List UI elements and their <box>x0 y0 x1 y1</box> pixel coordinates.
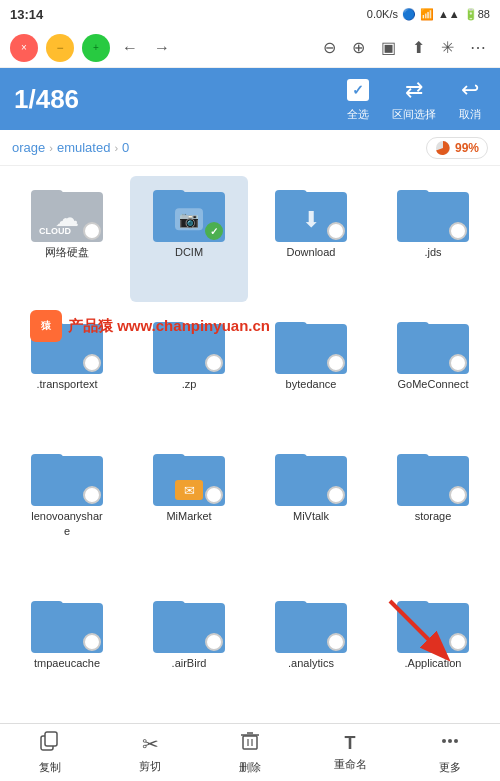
file-name: DCIM <box>175 245 203 259</box>
file-name: MiVtalk <box>293 509 329 523</box>
list-item[interactable]: .zp <box>130 308 248 434</box>
copy-icon <box>39 730 61 757</box>
file-count: 1/486 <box>14 84 79 115</box>
nav-bar: × − + ← → ⊖ ⊕ ▣ ⬆ ✳ ⋯ <box>0 28 500 68</box>
list-item[interactable]: ☁ CLOUD 网络硬盘 <box>8 176 126 302</box>
file-name: .airBird <box>172 656 207 670</box>
bottom-toolbar: 复制 ✂ 剪切 删除 T 重命名 更多 <box>0 723 500 781</box>
select-all-button[interactable]: 全选 <box>342 76 374 122</box>
region-select-label: 区间选择 <box>392 107 436 122</box>
status-time: 13:14 <box>10 7 43 22</box>
more-label: 更多 <box>439 760 461 775</box>
checkbox-checked-icon <box>347 79 369 101</box>
file-grid: ☁ CLOUD 网络硬盘 📷 DCIM <box>0 166 500 723</box>
close-button[interactable]: × <box>10 34 38 62</box>
view-icon[interactable]: ▣ <box>377 34 400 61</box>
list-item[interactable]: .analytics <box>252 587 370 713</box>
file-name: .Application <box>405 656 462 670</box>
more-icon[interactable]: ⋯ <box>466 34 490 61</box>
select-all-label: 全选 <box>347 107 369 122</box>
list-item[interactable]: GoMeConnect <box>374 308 492 434</box>
list-item[interactable]: bytedance <box>252 308 370 434</box>
share-icon[interactable]: ⬆ <box>408 34 429 61</box>
rename-icon: T <box>345 733 356 754</box>
zoom-out-icon[interactable]: ⊖ <box>319 34 340 61</box>
list-item[interactable]: storage <box>374 440 492 580</box>
back-button[interactable]: ← <box>118 35 142 61</box>
rename-button[interactable]: T 重命名 <box>300 724 400 781</box>
forward-button[interactable]: → <box>150 35 174 61</box>
delete-label: 删除 <box>239 760 261 775</box>
file-name: .jds <box>424 245 441 259</box>
maximize-button[interactable]: + <box>82 34 110 62</box>
file-name: .zp <box>182 377 197 391</box>
header-bar: 1/486 全选 ⇄ 区间选择 ↩ 取消 <box>0 68 500 130</box>
delete-icon <box>239 730 261 757</box>
star-icon[interactable]: ✳ <box>437 34 458 61</box>
svg-point-12 <box>454 739 458 743</box>
file-name: 网络硬盘 <box>45 245 89 259</box>
svg-point-11 <box>448 739 452 743</box>
list-item[interactable]: .transportext <box>8 308 126 434</box>
selection-indicator <box>449 222 467 240</box>
file-name: .transportext <box>36 377 97 391</box>
svg-rect-5 <box>243 736 257 749</box>
more-icon <box>439 730 461 757</box>
selection-indicator <box>83 222 101 240</box>
breadcrumb-path: orage › emulated › 0 <box>12 140 129 155</box>
file-name: Download <box>287 245 336 259</box>
breadcrumb-sep-2: › <box>114 142 118 154</box>
copy-label: 复制 <box>39 760 61 775</box>
cut-icon: ✂ <box>142 732 159 756</box>
rename-label: 重命名 <box>334 757 367 772</box>
breadcrumb-emulated[interactable]: emulated <box>57 140 110 155</box>
minimize-button[interactable]: − <box>46 34 74 62</box>
zoom-in-icon[interactable]: ⊕ <box>348 34 369 61</box>
svg-point-10 <box>442 739 446 743</box>
breadcrumb-zero[interactable]: 0 <box>122 140 129 155</box>
list-item[interactable]: tmpaeucache <box>8 587 126 713</box>
list-item[interactable]: lenovoanyshare <box>8 440 126 580</box>
breadcrumb-sep-1: › <box>49 142 53 154</box>
file-name: MiMarket <box>166 509 211 523</box>
list-item[interactable]: ⬇ Download <box>252 176 370 302</box>
cancel-button[interactable]: ↩ 取消 <box>454 76 486 122</box>
list-item[interactable]: 📷 DCIM <box>130 176 248 302</box>
cut-button[interactable]: ✂ 剪切 <box>100 724 200 781</box>
more-button[interactable]: 更多 <box>400 724 500 781</box>
region-select-button[interactable]: ⇄ 区间选择 <box>392 76 436 122</box>
battery-icon: 🔋88 <box>464 8 490 21</box>
status-bar: 13:14 0.0K/s 🔵 📶 ▲▲ 🔋88 <box>0 0 500 28</box>
file-name: .analytics <box>288 656 334 670</box>
copy-button[interactable]: 复制 <box>0 724 100 781</box>
breadcrumb-storage[interactable]: orage <box>12 140 45 155</box>
list-item[interactable]: .airBird <box>130 587 248 713</box>
file-name: lenovoanyshare <box>29 509 105 538</box>
file-name: GoMeConnect <box>398 377 469 391</box>
network-speed: 0.0K/s <box>367 8 398 20</box>
selection-indicator <box>327 633 345 651</box>
selection-indicator <box>449 633 467 651</box>
file-name: storage <box>415 509 452 523</box>
signal-icon: 📶 <box>420 8 434 21</box>
selection-indicator-checked <box>205 222 223 240</box>
list-item[interactable]: .Application <box>374 587 492 713</box>
pie-chart-icon <box>435 140 451 156</box>
delete-button[interactable]: 删除 <box>200 724 300 781</box>
list-item[interactable]: MiVtalk <box>252 440 370 580</box>
header-actions: 全选 ⇄ 区间选择 ↩ 取消 <box>342 76 486 122</box>
file-name: tmpaeucache <box>34 656 100 670</box>
wifi-icon: ▲▲ <box>438 8 460 20</box>
cut-label: 剪切 <box>139 759 161 774</box>
list-item[interactable]: .jds <box>374 176 492 302</box>
breadcrumb-bar: orage › emulated › 0 99% <box>0 130 500 166</box>
selection-indicator <box>83 633 101 651</box>
storage-percent: 99% <box>455 141 479 155</box>
svg-rect-4 <box>45 732 57 746</box>
selection-indicator <box>205 633 223 651</box>
file-name: bytedance <box>286 377 337 391</box>
list-item[interactable]: ✉ MiMarket <box>130 440 248 580</box>
status-icons: 0.0K/s 🔵 📶 ▲▲ 🔋88 <box>367 8 490 21</box>
storage-badge: 99% <box>426 137 488 159</box>
cancel-label: 取消 <box>459 107 481 122</box>
